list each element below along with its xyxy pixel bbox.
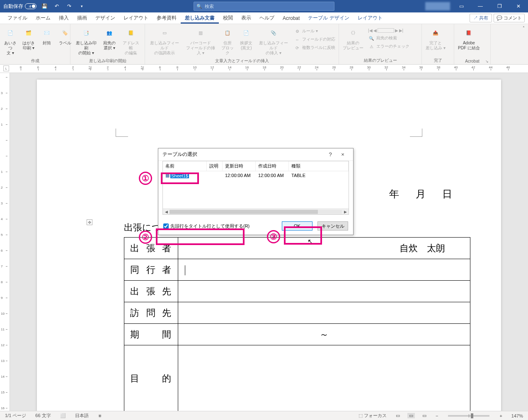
tab-acrobat[interactable]: Acrobat [279, 14, 304, 23]
undo-icon[interactable]: ↶ [52, 2, 61, 11]
spellcheck-icon[interactable]: ⬜ [58, 413, 68, 418]
dialog-close-button[interactable]: × [337, 151, 349, 158]
dialog-title: テーブルの選択 [162, 151, 324, 158]
row5-label[interactable]: 期 間 [124, 324, 178, 345]
share-button[interactable]: ↗ 共有 [470, 14, 492, 22]
horizontal-ruler[interactable]: L 8642証24証681012141618202224262830323436… [0, 65, 528, 73]
group-preview-label: 結果のプレビュー [339, 58, 421, 64]
select-recipients-button[interactable]: 👥宛先の 選択 ▾ [102, 26, 117, 51]
language-indicator[interactable]: 日本語 [73, 413, 90, 419]
tab-insert[interactable]: 挿入 [55, 13, 73, 23]
focus-mode-button[interactable]: ⬚ フォーカス [357, 413, 388, 419]
zoom-thumb[interactable] [471, 413, 473, 418]
word-count[interactable]: 66 文字 [34, 413, 52, 419]
tab-mailings[interactable]: 差し込み文書 [181, 13, 219, 24]
row2-value[interactable] [178, 259, 470, 281]
envelope-button[interactable]: ✉️封筒 [39, 26, 55, 46]
autosave-pill[interactable]: オフ [25, 3, 36, 9]
scroll-thumb[interactable] [170, 210, 318, 214]
row5-value[interactable]: ～ [178, 324, 470, 345]
search-box[interactable]: 🔍 検索 [194, 2, 334, 11]
ok-button[interactable]: OK [282, 221, 312, 231]
header-desc[interactable]: 説明 [207, 161, 223, 171]
page[interactable]: 年 月 日 出張について、下 ✥ 出張者自炊 太朗 同行者 出張先 訪問先 期 … [37, 80, 501, 412]
label-icon: 🏷️ [58, 27, 72, 40]
postcard-button[interactable]: 🗂️はがき 印刷 ▾ [21, 26, 36, 51]
tab-table-design[interactable]: テーブル デザイン [304, 13, 353, 23]
maximize-button[interactable]: ❐ [490, 0, 509, 12]
minimize-button[interactable]: — [471, 0, 490, 12]
tab-help[interactable]: ヘルプ [255, 13, 279, 23]
read-mode-icon[interactable]: ▭ [394, 413, 402, 418]
group-acrobat-label: Acrobat↘ [454, 59, 490, 64]
autosave-toggle[interactable]: 自動保存 オフ [3, 3, 36, 10]
header-type[interactable]: 種類 [289, 161, 349, 171]
recipients-icon: 👥 [103, 27, 116, 40]
greeting-text-button[interactable]: 📄あいさつ 文 ▾ [2, 26, 18, 56]
dialog-launcher-icon[interactable]: ↘ [485, 59, 489, 63]
row4-label[interactable]: 訪問先 [124, 302, 178, 324]
first-row-checkbox[interactable]: 先頭行をタイトル行として使用する(R) [163, 223, 249, 229]
callout-2: ② [139, 231, 152, 244]
tab-view[interactable]: 表示 [237, 13, 255, 23]
table-anchor-icon[interactable]: ✥ [87, 219, 92, 225]
page-indicator[interactable]: 1/1 ページ [3, 413, 28, 419]
match-icon: ↔ [294, 36, 300, 43]
list-hscrollbar[interactable]: ◀ ▶ [163, 209, 349, 214]
first-row-checkbox-input[interactable] [163, 223, 169, 229]
adobe-pdf-button[interactable]: 📕Adobe PDF に結合 [457, 26, 481, 51]
row6-value[interactable] [178, 345, 470, 412]
row1-value[interactable]: 自炊 太朗 [178, 238, 470, 259]
accessibility-icon[interactable]: ⛯ [96, 413, 104, 418]
pdf-icon: 📕 [462, 27, 475, 40]
row3-value[interactable] [178, 281, 470, 302]
start-mailmerge-button[interactable]: 📑差し込み印刷 の開始 ▾ [73, 26, 99, 56]
collapse-ribbon-icon[interactable]: ˄ [523, 26, 525, 30]
tab-file[interactable]: ファイル [3, 13, 31, 23]
print-layout-icon[interactable]: ▭ [407, 413, 415, 418]
document-table[interactable]: 出張者自炊 太朗 同行者 出張先 訪問先 期 間～ 目 的 [124, 237, 470, 412]
close-button[interactable]: ✕ [509, 0, 528, 12]
tab-design[interactable]: デザイン [91, 13, 119, 23]
cancel-button[interactable]: キャンセル [317, 221, 348, 231]
zoom-out-button[interactable]: − [434, 413, 440, 418]
dialog-help-button[interactable]: ? [324, 151, 337, 158]
save-icon[interactable]: 💾 [40, 2, 49, 11]
ribbon-display-icon[interactable]: ▭ [452, 0, 471, 12]
ribbon: 📄あいさつ 文 ▾ 🗂️はがき 印刷 ▾ ✉️封筒 🏷️ラベル 作成 📑差し込み… [0, 24, 528, 65]
vertical-ruler[interactable]: 3211234567891011121314151617 [0, 73, 10, 412]
redo-icon[interactable]: ↷ [65, 2, 74, 11]
tab-review[interactable]: 校閲 [219, 13, 237, 23]
tab-selector[interactable]: L [3, 66, 9, 71]
finish-icon: 📤 [429, 27, 442, 40]
find-recipient-button: 🔍宛先の検索 [367, 34, 410, 42]
header-created[interactable]: 作成日時 [256, 161, 289, 171]
rules-button: ⚙ルール ▾ [293, 27, 336, 35]
tab-table-layout[interactable]: レイアウト [354, 13, 387, 23]
barcode-icon: ▥ [194, 27, 207, 40]
highlight-fields-button: ▭差し込みフィールド の強調表示 [148, 26, 182, 56]
tab-references[interactable]: 参考資料 [153, 13, 181, 23]
zoom-slider[interactable] [448, 415, 489, 417]
header-updated[interactable]: 更新日時 [223, 161, 256, 171]
table-list[interactable]: 名前 説明 更新日時 作成日時 種類 ▦Sheet1$ 12:00:00 AM … [162, 161, 349, 215]
zoom-in-button[interactable]: + [498, 413, 504, 418]
comments-button[interactable]: 💬 コメント [494, 14, 525, 22]
qat-dropdown-icon[interactable]: ▾ [77, 2, 86, 11]
user-avatar[interactable] [425, 2, 450, 10]
autosave-label: 自動保存 [3, 3, 23, 10]
row3-label[interactable]: 出張先 [124, 281, 178, 302]
header-name[interactable]: 名前 [163, 161, 207, 171]
scroll-left-icon[interactable]: ◀ [163, 210, 170, 214]
tab-draw[interactable]: 描画 [73, 13, 91, 23]
web-layout-icon[interactable]: ▭ [421, 413, 428, 418]
tab-home[interactable]: ホーム [31, 13, 55, 23]
row4-value[interactable] [178, 302, 470, 324]
row2-label[interactable]: 同行者 [124, 259, 178, 281]
row6-label[interactable]: 目 的 [124, 345, 178, 412]
zoom-level[interactable]: 147% [510, 413, 525, 418]
scroll-right-icon[interactable]: ▶ [342, 210, 349, 214]
record-nav: |◀ ◀ ▶ ▶| [367, 27, 410, 34]
tab-layout[interactable]: レイアウト [119, 13, 153, 23]
table-row[interactable]: ▦Sheet1$ 12:00:00 AM 12:00:00 AM TABLE [163, 171, 349, 180]
